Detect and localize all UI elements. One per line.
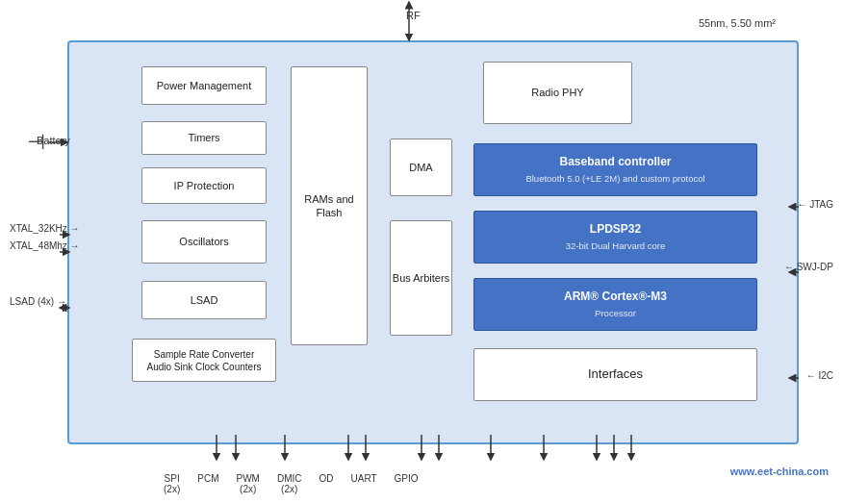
rams-flash-block: RAMs and Flash [291, 66, 368, 345]
gpio-label: GPIO [395, 473, 419, 484]
lsad-label: LSAD (4x) → [10, 296, 66, 307]
radio-phy-block: Radio PHY [483, 62, 632, 124]
od-label: OD [319, 473, 333, 484]
dma-block: DMA [390, 139, 452, 196]
pcm-label: PCM [197, 473, 218, 484]
bottom-signals: SPI(2x) PCM PWM(2x) DMIC(2x) OD UART GPI… [164, 473, 419, 494]
pwm-label: PWM(2x) [236, 473, 259, 494]
battery-label: Battery [37, 135, 70, 146]
power-management-block: Power Management [141, 66, 267, 105]
chip-outline: Power Management Timers IP Protection Os… [67, 40, 799, 444]
i2c-label: ← I2C [806, 370, 833, 381]
sample-rate-block: Sample Rate Converter Audio Sink Clock C… [132, 339, 276, 382]
lpdsp32-block: LPDSP32 32-bit Dual Harvard core [473, 211, 757, 264]
xtal32-label: XTAL_32KHz → [10, 223, 80, 234]
interfaces-block: Interfaces [473, 348, 757, 401]
timers-block: Timers [141, 121, 267, 155]
uart-label: UART [350, 473, 376, 484]
oscillators-block: Oscillators [141, 220, 267, 264]
swjdp-label: ← SWJ-DP [784, 262, 833, 272]
diagram-container: 55nm, 5.50 mm² RF Power Management Timer… [10, 10, 833, 494]
dmic-label: DMIC(2x) [277, 473, 302, 494]
ip-protection-block: IP Protection [141, 167, 267, 204]
rf-label: RF [406, 10, 421, 21]
xtal48-label: XTAL_48Mhz → [10, 240, 80, 251]
watermark: www.eet-china.com [730, 466, 829, 477]
jtag-label: ← JTAG [797, 199, 833, 210]
baseband-block: Baseband controller Bluetooth 5.0 (+LE 2… [473, 143, 757, 196]
spi-label: SPI(2x) [164, 473, 180, 494]
arm-block: ARM® Cortex®-M3 Processor [473, 278, 757, 331]
bus-arbiters-block: Bus Arbiters [390, 220, 452, 336]
lsad-block: LSAD [141, 281, 267, 319]
spec-text: 55nm, 5.50 mm² [699, 17, 776, 29]
